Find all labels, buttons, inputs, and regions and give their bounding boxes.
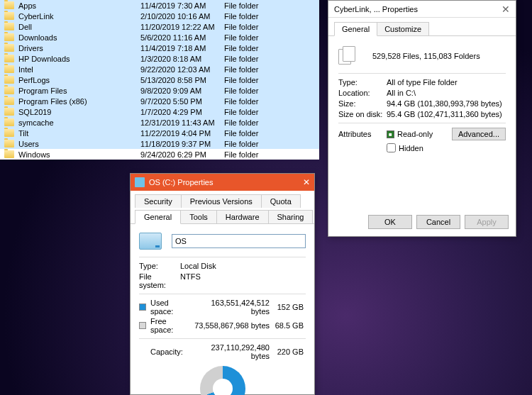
folder-icon: [4, 97, 14, 105]
file-date: 12/31/2019 11:43 AM: [140, 118, 224, 127]
file-type: File folder: [224, 97, 319, 106]
folder-icon: [4, 129, 14, 137]
type-label: Type:: [139, 262, 180, 270]
file-date: 11/4/2019 7:30 AM: [140, 1, 224, 10]
folder-icon: [4, 12, 14, 20]
folder-icon: [4, 44, 14, 52]
free-label: Free space:: [150, 317, 192, 334]
file-name: Dell: [18, 23, 140, 31]
file-date: 9/22/2020 12:03 AM: [140, 65, 224, 74]
file-name: HP Downloads: [18, 55, 140, 63]
file-name: Tilt: [18, 129, 140, 138]
close-icon[interactable]: ✕: [501, 4, 510, 15]
tab-previous-versions[interactable]: Previous Versions: [181, 194, 262, 208]
free-gb: 68.5 GB: [270, 321, 304, 330]
drive-properties-dialog: OS (C:) Properties ✕ Security Previous V…: [130, 173, 315, 395]
file-type: File folder: [224, 12, 319, 21]
table-row[interactable]: Intel9/22/2020 12:03 AMFile folder: [0, 64, 319, 74]
file-name: Apps: [18, 1, 140, 10]
tab-general[interactable]: General: [135, 210, 181, 224]
folder-icon: [4, 23, 14, 30]
file-name: PerfLogs: [18, 76, 140, 84]
table-row[interactable]: Program Files (x86)9/7/2020 5:50 PMFile …: [0, 96, 319, 106]
usage-pie-chart: [200, 366, 245, 395]
file-type: File folder: [224, 33, 319, 42]
table-row[interactable]: PerfLogs5/13/2020 8:58 PMFile folder: [0, 74, 319, 85]
table-row[interactable]: Dell11/20/2019 12:22 AMFile folder: [0, 21, 319, 32]
table-row[interactable]: Users11/18/2019 9:37 PMFile folder: [0, 138, 319, 149]
tabs: General Customize: [328, 18, 516, 36]
folder-icon: [4, 76, 14, 84]
fs-value: NTFS: [180, 272, 201, 289]
hidden-checkbox[interactable]: Hidden: [387, 143, 506, 152]
drive-name-input[interactable]: [172, 234, 306, 248]
table-row[interactable]: Tilt11/22/2019 4:04 PMFile folder: [0, 128, 319, 138]
tab-customize[interactable]: Customize: [377, 22, 429, 35]
file-date: 1/3/2020 8:18 AM: [140, 55, 224, 63]
tab-security[interactable]: Security: [135, 194, 182, 208]
apply-button[interactable]: Apply: [465, 215, 509, 229]
readonly-checkbox[interactable]: ■: [387, 130, 394, 138]
file-type: File folder: [224, 129, 319, 138]
file-type: File folder: [224, 87, 319, 95]
attributes-label: Attributes: [338, 130, 387, 138]
table-row[interactable]: Program Files9/8/2020 9:09 AMFile folder: [0, 85, 319, 96]
cap-gb: 220 GB: [270, 347, 304, 356]
files-icon: [338, 46, 361, 66]
close-icon[interactable]: ✕: [303, 177, 310, 187]
type-value: All of type File folder: [387, 78, 458, 87]
tab-hardware[interactable]: Hardware: [216, 210, 269, 223]
tab-sharing[interactable]: Sharing: [268, 210, 314, 223]
location-value: All in C:\: [387, 89, 416, 97]
file-name: Downloads: [18, 33, 140, 42]
folder-icon: [4, 140, 14, 148]
table-row[interactable]: Drivers11/4/2019 7:18 AMFile folder: [0, 43, 319, 53]
table-row[interactable]: Downloads5/6/2020 11:16 AMFile folder: [0, 32, 319, 43]
file-date: 9/24/2020 6:29 PM: [140, 150, 224, 159]
size-value: 94.4 GB (101,380,993,798 bytes): [387, 99, 502, 108]
table-row[interactable]: SQL20191/7/2020 4:29 PMFile folder: [0, 106, 319, 117]
file-name: symcache: [18, 118, 140, 127]
type-label: Type:: [338, 78, 387, 87]
table-row[interactable]: CyberLink2/10/2020 10:16 AMFile folder: [0, 11, 319, 21]
table-row[interactable]: symcache12/31/2019 11:43 AMFile folder: [0, 117, 319, 128]
free-swatch: [139, 322, 146, 329]
file-name: Intel: [18, 65, 140, 74]
tab-tools[interactable]: Tools: [180, 210, 217, 223]
folder-icon: [4, 65, 14, 73]
folder-icon: [4, 1, 14, 9]
dialog-title: OS (C:) Properties: [149, 178, 303, 187]
cap-label: Capacity:: [150, 347, 192, 356]
folder-icon: [4, 150, 14, 158]
used-bytes: 163,551,424,512 bytes: [192, 299, 270, 316]
file-type: File folder: [224, 44, 319, 52]
file-type: File folder: [224, 1, 319, 10]
file-explorer-list[interactable]: Apps11/4/2019 7:30 AMFile folderCyberLin…: [0, 0, 319, 160]
ok-button[interactable]: OK: [368, 215, 412, 229]
table-row[interactable]: HP Downloads1/3/2020 8:18 AMFile folder: [0, 53, 319, 64]
file-name: SQL2019: [18, 108, 140, 116]
file-type: File folder: [224, 65, 319, 74]
titlebar[interactable]: CyberLink, ... Properties ✕: [328, 1, 516, 18]
cancel-button[interactable]: Cancel: [416, 215, 460, 229]
tab-quota[interactable]: Quota: [261, 194, 301, 208]
used-label: Used space:: [150, 299, 192, 316]
file-name: Users: [18, 140, 140, 148]
table-row[interactable]: Apps11/4/2019 7:30 AMFile folder: [0, 0, 319, 11]
file-type: File folder: [224, 108, 319, 116]
file-type: File folder: [224, 140, 319, 148]
readonly-label: Read-only: [397, 130, 433, 138]
used-swatch: [139, 304, 146, 311]
table-row[interactable]: Windows9/24/2020 6:29 PMFile folder: [0, 149, 319, 160]
folder-icon: [4, 108, 14, 116]
file-date: 9/8/2020 9:09 AM: [140, 87, 224, 95]
file-name: Windows: [18, 150, 140, 159]
file-name: Program Files: [18, 87, 140, 95]
file-name: Program Files (x86): [18, 97, 140, 106]
titlebar[interactable]: OS (C:) Properties ✕: [131, 174, 314, 191]
tab-general[interactable]: General: [334, 22, 377, 36]
advanced-button[interactable]: Advanced...: [452, 128, 506, 140]
file-date: 5/13/2020 8:58 PM: [140, 76, 224, 84]
file-date: 11/22/2019 4:04 PM: [140, 129, 224, 138]
type-value: Local Disk: [180, 262, 216, 270]
